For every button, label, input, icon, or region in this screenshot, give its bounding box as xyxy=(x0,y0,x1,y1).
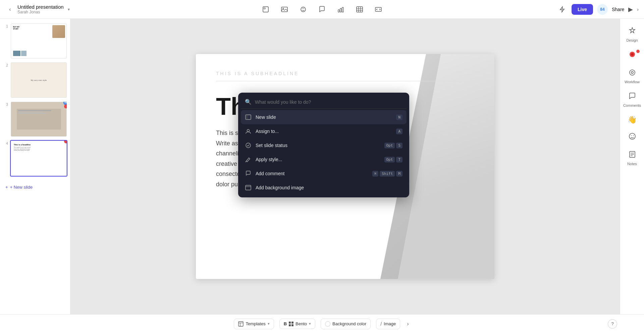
reactions-panel-item[interactable]: 👋 xyxy=(622,113,642,127)
insert-table-button[interactable] xyxy=(354,3,366,15)
new-slide-shortcuts: N xyxy=(396,114,402,120)
svg-point-4 xyxy=(301,7,306,12)
background-color-button[interactable]: Background color xyxy=(321,319,371,329)
command-search-input[interactable] xyxy=(255,99,402,105)
slide-thumb-2[interactable]: My very own style xyxy=(10,62,67,98)
slide-editor: THIS IS A SUBHEADLINE This is a he This … xyxy=(70,19,620,314)
shortcut-s: S xyxy=(396,143,402,148)
set-status-shortcuts: Opt S xyxy=(384,143,403,148)
slide-item-4[interactable]: 4 This is a headline This is space for y… xyxy=(3,140,67,176)
svg-rect-19 xyxy=(246,185,251,190)
slide-4-headline: This is a headline xyxy=(14,144,31,146)
slide-thumb-1[interactable]: BUY MYSTUFF xyxy=(10,23,67,59)
title-area: Untitled presentation Sarah Jonas xyxy=(17,4,64,14)
insert-chart-button[interactable] xyxy=(335,3,347,15)
new-slide-button[interactable]: + + New slide xyxy=(3,182,67,192)
templates-chevron-icon: ▾ xyxy=(268,322,270,326)
svg-rect-0 xyxy=(263,7,268,12)
comments-label: Comments xyxy=(623,103,641,107)
emoji-icon xyxy=(628,132,636,142)
record-dot xyxy=(636,50,640,53)
design-label: Design xyxy=(626,38,638,42)
image-pencil-icon: / xyxy=(380,321,382,327)
new-slide-icon xyxy=(245,114,252,121)
menu-item-assign-to[interactable]: Assign to... A xyxy=(241,124,407,138)
background-color-circle xyxy=(325,321,330,327)
image-button[interactable]: / Image xyxy=(376,319,400,329)
add-comment-icon xyxy=(245,170,252,177)
ai-button[interactable] xyxy=(557,4,568,15)
menu-item-new-slide-label: New slide xyxy=(256,114,392,120)
design-panel-item[interactable]: Design xyxy=(622,24,642,45)
play-button[interactable]: ▶ xyxy=(628,6,633,13)
svg-rect-38 xyxy=(291,324,293,326)
insert-comment-button[interactable] xyxy=(316,3,328,15)
svg-rect-5 xyxy=(338,10,339,12)
expand-options-button[interactable]: › xyxy=(406,320,410,328)
avatar[interactable]: 84 xyxy=(597,4,608,15)
help-button[interactable]: ? xyxy=(608,319,617,329)
slide-item-3[interactable]: 3 💬1 84 xyxy=(3,101,67,137)
menu-item-apply-style[interactable]: Apply style... Opt T xyxy=(241,152,407,166)
slide-num-2: 2 xyxy=(3,62,8,67)
notes-panel-item[interactable]: Notes xyxy=(622,148,642,169)
apply-style-shortcuts: Opt T xyxy=(384,157,403,162)
menu-item-add-comment[interactable]: Add comment ⌘ Shift M xyxy=(241,166,407,181)
share-button[interactable]: Share xyxy=(612,7,624,12)
comments-icon xyxy=(628,92,636,102)
bento-label: Bento xyxy=(296,321,307,326)
set-status-icon xyxy=(245,142,252,149)
shortcut-opt: Opt xyxy=(384,143,395,148)
context-menu-overlay[interactable]: 🔍 New slide N xyxy=(70,19,620,314)
notes-label: Notes xyxy=(627,162,637,166)
add-comment-shortcuts: ⌘ Shift M xyxy=(372,171,402,177)
svg-line-18 xyxy=(246,161,246,162)
title-chevron-icon[interactable]: ▾ xyxy=(68,7,70,12)
live-button[interactable]: Live xyxy=(572,4,593,15)
slide-item-2[interactable]: 2 My very own style xyxy=(3,62,67,98)
presentation-title: Untitled presentation xyxy=(17,4,64,10)
svg-point-23 xyxy=(630,70,635,75)
workflow-panel-item[interactable]: Workflow xyxy=(622,66,642,87)
menu-item-add-background-label: Add background image xyxy=(256,185,398,190)
templates-button[interactable]: Templates ▾ xyxy=(234,319,274,329)
context-menu: 🔍 New slide N xyxy=(238,93,409,197)
insert-frame-button[interactable] xyxy=(260,3,272,15)
topbar-center xyxy=(103,3,541,15)
add-background-icon xyxy=(245,184,252,191)
svg-point-27 xyxy=(633,135,634,136)
slide-4-body: This is space for you to write as muchas… xyxy=(14,147,31,151)
svg-rect-37 xyxy=(289,324,291,326)
menu-item-set-status[interactable]: Set slide status Opt S xyxy=(241,138,407,152)
slide-thumb-4[interactable]: This is a headline This is space for you… xyxy=(10,140,67,176)
insert-image-button[interactable] xyxy=(278,3,290,15)
menu-item-add-background[interactable]: Add background image xyxy=(241,181,407,195)
workflow-label: Workflow xyxy=(625,80,640,84)
svg-point-22 xyxy=(631,53,634,56)
insert-shape-button[interactable] xyxy=(297,3,309,15)
reactions-icon: 👋 xyxy=(628,115,637,124)
back-button[interactable]: ‹ xyxy=(5,5,15,14)
slide-thumb-3[interactable]: 💬1 84 xyxy=(10,101,67,137)
topbar-left: ‹ Untitled presentation Sarah Jonas ▾ xyxy=(5,4,99,14)
shortcut-m: M xyxy=(396,171,402,177)
topbar-right: Live 84 Share ▶ › xyxy=(545,4,639,15)
record-panel-item[interactable] xyxy=(622,48,642,63)
bento-button[interactable]: B Bento ▾ xyxy=(279,319,315,329)
menu-item-add-comment-label: Add comment xyxy=(256,171,368,176)
search-icon: 🔍 xyxy=(245,99,252,105)
svg-point-24 xyxy=(631,72,633,74)
slide-num-4: 4 xyxy=(3,140,8,145)
assign-to-icon xyxy=(245,128,252,135)
slide-num-1: 1 xyxy=(3,23,8,28)
more-button[interactable]: › xyxy=(637,7,639,12)
comments-panel-item[interactable]: Comments xyxy=(622,89,642,110)
menu-item-new-slide[interactable]: New slide N xyxy=(241,110,407,124)
svg-rect-15 xyxy=(246,115,248,120)
slide-item-1[interactable]: 1 BUY MYSTUFF xyxy=(3,23,67,59)
svg-point-3 xyxy=(283,8,284,9)
insert-embed-button[interactable] xyxy=(372,3,384,15)
record-icon xyxy=(628,50,636,60)
emoji-panel-item[interactable] xyxy=(622,130,642,145)
svg-rect-32 xyxy=(238,322,243,326)
